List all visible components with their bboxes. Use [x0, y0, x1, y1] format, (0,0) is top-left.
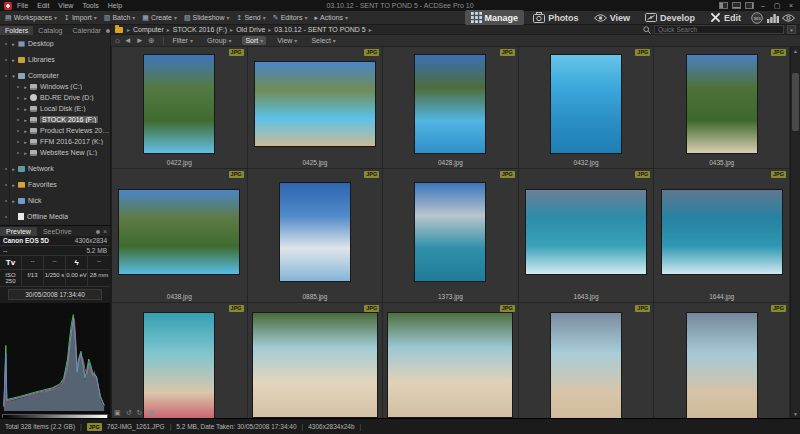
thumbnail-cell[interactable]: JPG0425.jpg — [248, 47, 384, 169]
photo-thumbnail[interactable] — [388, 313, 512, 417]
actions-button[interactable]: ▸ Actions ▾ — [314, 14, 348, 22]
thumbnail-cell[interactable]: JPG1373.jpg — [383, 169, 519, 303]
send-button[interactable]: ↥ Send ▾ — [237, 14, 266, 22]
thumbnail-cell[interactable]: JPG — [112, 303, 248, 418]
thumbnail-cell[interactable]: JPG1644.jpg — [654, 169, 790, 303]
editors-button[interactable]: ✎ Editors ▾ — [273, 14, 308, 22]
thumbnail-cell[interactable]: JPG0422.jpg — [112, 47, 248, 169]
thumbnail-cell[interactable]: JPG0428.jpg — [383, 47, 519, 169]
expand-arrow[interactable]: ▸ — [22, 150, 29, 156]
pin-icon[interactable] — [14, 105, 22, 112]
scrollbar-thumb[interactable] — [792, 73, 799, 131]
mode-develop-button[interactable]: Develop — [639, 10, 701, 25]
tree-item-stock-2016-f[interactable]: ▸STOCK 2016 (F:) — [0, 114, 110, 125]
tree-item-local-disk-e[interactable]: ▸Local Disk (E:) — [0, 103, 110, 114]
forward-icon[interactable]: ► — [136, 36, 144, 45]
workspaces-button[interactable]: ▤ Workspaces ▾ — [5, 14, 57, 22]
breadcrumb-computer[interactable]: Computer — [133, 26, 164, 33]
mode-manage-button[interactable]: Manage — [465, 10, 525, 25]
pin-icon[interactable] — [14, 138, 22, 145]
expand-arrow[interactable]: ▸ — [22, 139, 29, 145]
thumbnail-cell[interactable]: JPG — [248, 303, 384, 418]
acdsee-365-button[interactable]: 365 — [750, 12, 763, 24]
scroll-down-arrow[interactable]: ▼ — [791, 411, 800, 417]
tab-folders[interactable]: Folders — [0, 26, 33, 35]
photo-thumbnail[interactable] — [119, 190, 239, 274]
tree-item-nick[interactable]: ▸Nick — [0, 195, 110, 206]
expand-arrow[interactable]: ▸ — [22, 95, 29, 101]
pin-icon[interactable] — [2, 213, 10, 220]
close-button[interactable]: × — [786, 2, 796, 9]
slideshow-button[interactable]: ▧ Slideshow ▾ — [184, 14, 230, 22]
zoom-icon[interactable]: ⊕ — [148, 36, 155, 45]
filter-menu[interactable]: Filter ▾ — [169, 36, 196, 45]
maximize-button[interactable]: ▢ — [772, 2, 782, 10]
pin-icon[interactable] — [14, 94, 22, 101]
pin-icon[interactable] — [2, 197, 10, 204]
batch-button[interactable]: ▥ Batch ▾ — [104, 14, 136, 22]
view-mode-icon[interactable]: ▦ — [147, 409, 159, 416]
dashboard-button[interactable] — [766, 12, 779, 23]
thumbnail-cell[interactable]: JPG — [654, 303, 790, 418]
home-icon[interactable]: ⌂ — [115, 36, 120, 45]
create-button[interactable]: ▦ Create ▾ — [142, 14, 177, 22]
photo-thumbnail[interactable] — [551, 55, 621, 153]
expand-arrow[interactable]: ▾ — [10, 73, 17, 79]
pin-icon[interactable] — [2, 72, 10, 79]
menu-tools[interactable]: Tools — [82, 2, 98, 9]
photo-thumbnail[interactable] — [687, 55, 757, 153]
photo-thumbnail[interactable] — [662, 190, 782, 274]
minimize-button[interactable]: – — [758, 2, 768, 9]
select-menu[interactable]: Select ▾ — [308, 36, 338, 45]
quick-search-input[interactable] — [654, 25, 784, 34]
close-panel-icon[interactable]: × — [103, 228, 107, 235]
thumbnail-cell[interactable]: JPG0435.jpg — [654, 47, 790, 169]
sort-menu[interactable]: Sort ▾ — [242, 36, 266, 45]
breadcrumb-old-drive[interactable]: Old Drive — [236, 26, 265, 33]
layout-toggle-bottom-icon[interactable] — [732, 2, 741, 9]
pin-panel-icon[interactable] — [106, 29, 110, 33]
photo-thumbnail[interactable] — [255, 62, 375, 146]
menu-file[interactable]: File — [17, 2, 28, 9]
tree-item-windows-c[interactable]: ▸Windows (C:) — [0, 81, 110, 92]
thumbnail-cell[interactable]: JPG — [519, 303, 655, 418]
mode-photos-button[interactable]: Photos — [527, 10, 585, 25]
mode-edit-button[interactable]: Edit — [704, 10, 747, 25]
expand-arrow[interactable]: ▸ — [22, 106, 29, 112]
pin-icon[interactable] — [2, 165, 10, 172]
scroll-up-arrow[interactable]: ▲ — [791, 48, 800, 54]
menu-edit[interactable]: Edit — [37, 2, 49, 9]
pin-icon[interactable] — [14, 149, 22, 156]
tree-item-libraries[interactable]: ▸Libraries — [0, 54, 110, 65]
tab-seedrive[interactable]: SeeDrive — [37, 227, 78, 236]
thumbnail-cell[interactable]: JPG0885.jpg — [248, 169, 384, 303]
thumbnail-cell[interactable]: JPG1643.jpg — [519, 169, 655, 303]
vertical-scrollbar[interactable]: ▲ ▼ — [790, 47, 800, 418]
tree-item-favorites[interactable]: ▸Favorites — [0, 179, 110, 190]
layout-icon[interactable]: ▣ — [114, 409, 126, 416]
pin-panel-icon[interactable] — [96, 230, 100, 234]
pin-icon[interactable] — [2, 56, 10, 63]
expand-arrow[interactable]: ▸ — [10, 198, 17, 204]
expand-arrow[interactable]: ▸ — [10, 182, 17, 188]
tab-preview[interactable]: Preview — [0, 227, 37, 236]
expand-arrow[interactable]: ▸ — [10, 41, 17, 47]
pin-icon[interactable] — [2, 40, 10, 47]
pin-icon[interactable] — [14, 83, 22, 90]
seedrive-sync-button[interactable] — [782, 13, 795, 23]
thumbnail-cell[interactable]: JPG0438.jpg — [112, 169, 248, 303]
tree-item-product-reviews-g[interactable]: ▸Product Reviews 2017 On (G:) — [0, 125, 110, 136]
thumbnail-cell[interactable]: JPG0432.jpg — [519, 47, 655, 169]
expand-arrow[interactable]: ▸ — [22, 84, 29, 90]
tree-item-offline-media[interactable]: Offline Media — [0, 211, 110, 222]
breadcrumb-stock-2016[interactable]: STOCK 2016 (F:) — [173, 26, 227, 33]
photo-thumbnail[interactable] — [551, 313, 621, 418]
tab-catalog[interactable]: Catalog — [33, 26, 67, 35]
group-menu[interactable]: Group ▾ — [204, 36, 234, 45]
expand-arrow[interactable]: ▸ — [22, 117, 29, 123]
layout-toggle-right-icon[interactable] — [745, 2, 754, 9]
photo-thumbnail[interactable] — [415, 183, 485, 281]
tree-item-websites-l[interactable]: ▸Websites New (L:) — [0, 147, 110, 158]
rotate-right-icon[interactable]: ↻ — [137, 409, 148, 416]
view-menu[interactable]: View ▾ — [274, 36, 300, 45]
